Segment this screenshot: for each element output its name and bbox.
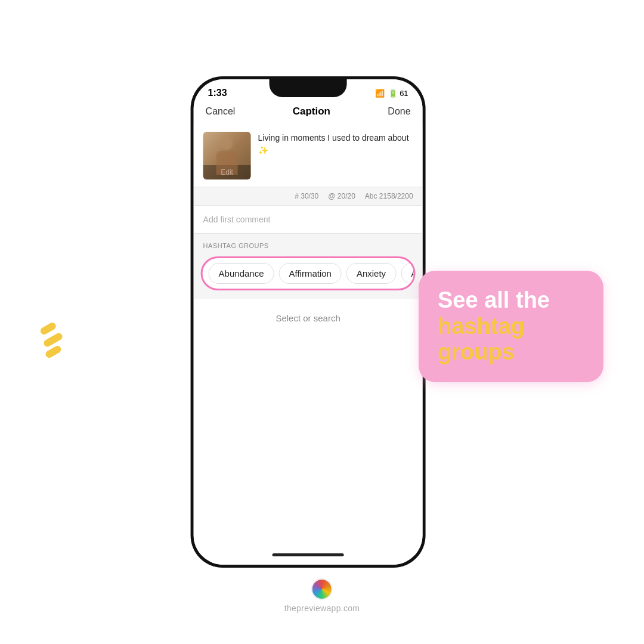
mention-count: @ 20/20 xyxy=(328,192,355,200)
callout-bubble: See all the hashtag groups xyxy=(419,271,603,382)
pill-anxiety[interactable]: Anxiety xyxy=(346,263,396,284)
pill-aromatherapy[interactable]: Aromather... xyxy=(401,263,415,284)
status-bar: 1:33 📶 🔋 61 xyxy=(194,79,423,101)
phone-screen: 1:33 📶 🔋 61 Cancel Caption Done Edit xyxy=(194,79,423,565)
photo-thumbnail[interactable]: Edit xyxy=(203,132,251,179)
decorative-dashes xyxy=(43,323,63,357)
home-indicator xyxy=(194,547,423,565)
char-count: Abc 2158/2200 xyxy=(365,192,413,200)
select-area: Select or search xyxy=(194,299,423,547)
status-time: 1:33 xyxy=(208,88,227,98)
brand-url: thepreviewapp.com xyxy=(284,603,360,613)
comment-placeholder: Add first comment xyxy=(203,215,271,224)
wifi-icon: 📶 xyxy=(375,89,385,98)
phone-frame: 1:33 📶 🔋 61 Cancel Caption Done Edit xyxy=(192,78,425,566)
pill-abundance[interactable]: Abundance xyxy=(209,263,274,284)
done-button[interactable]: Done xyxy=(388,106,410,117)
battery-icon: 🔋 61 xyxy=(388,89,408,98)
callout-line-3: groups xyxy=(438,339,584,366)
select-or-search: Select or search xyxy=(275,313,340,323)
edit-photo-label[interactable]: Edit xyxy=(203,165,251,179)
cancel-button[interactable]: Cancel xyxy=(206,106,236,117)
hashtag-count: # 30/30 xyxy=(295,192,318,200)
scene: 1:33 📶 🔋 61 Cancel Caption Done Edit xyxy=(0,0,644,644)
home-bar xyxy=(273,553,344,556)
brand-icon xyxy=(311,578,333,600)
pill-affirmation[interactable]: Affirmation xyxy=(279,263,342,284)
status-icons: 📶 🔋 61 xyxy=(375,89,408,98)
stats-row: # 30/30 @ 20/20 Abc 2158/2200 xyxy=(194,187,423,206)
dash-1 xyxy=(39,321,57,336)
pill-row: Abundance Affirmation Anxiety Aromather.… xyxy=(201,256,416,290)
nav-bar: Cancel Caption Done xyxy=(194,101,423,125)
notch xyxy=(270,79,347,97)
hashtag-groups-label: HASHTAG GROUPS xyxy=(194,239,423,253)
caption-area: Edit Living in moments I used to dream a… xyxy=(194,125,423,187)
callout-line-1: See all the xyxy=(438,287,584,314)
callout-line-2: hashtag xyxy=(438,314,584,340)
caption-text[interactable]: Living in moments I used to dream about … xyxy=(258,132,413,179)
comment-area[interactable]: Add first comment xyxy=(194,206,423,234)
content-area: Edit Living in moments I used to dream a… xyxy=(194,125,423,547)
dash-2 xyxy=(42,332,63,348)
hashtag-section: HASHTAG GROUPS Abundance Affirmation Anx… xyxy=(194,234,423,299)
nav-title: Caption xyxy=(293,106,330,117)
pill-row-wrapper: Abundance Affirmation Anxiety Aromather.… xyxy=(194,253,423,294)
branding: thepreviewapp.com xyxy=(284,578,360,613)
